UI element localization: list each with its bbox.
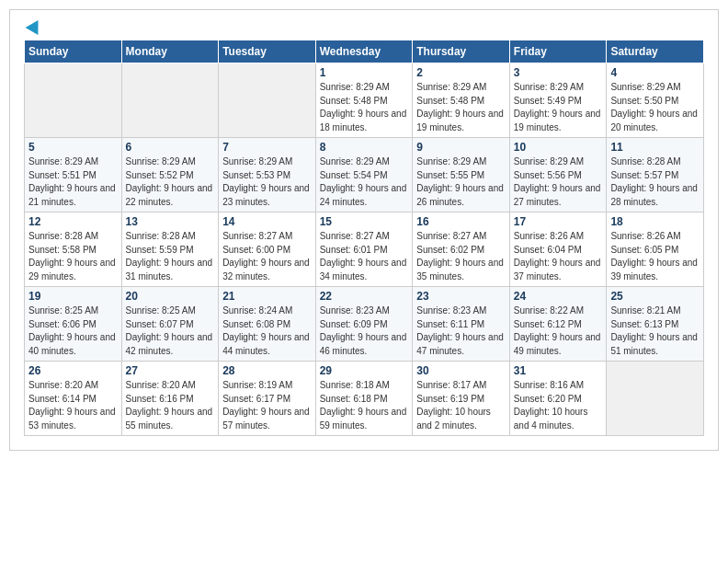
calendar-cell: 4Sunrise: 8:29 AMSunset: 5:50 PMDaylight… — [607, 63, 704, 138]
day-info: Sunrise: 8:23 AMSunset: 6:09 PMDaylight:… — [320, 304, 409, 358]
day-info: Sunrise: 8:17 AMSunset: 6:19 PMDaylight:… — [416, 379, 506, 432]
day-number: 11 — [610, 141, 700, 154]
calendar-cell: 26Sunrise: 8:20 AMSunset: 6:14 PMDayligh… — [25, 362, 122, 436]
day-info: Sunrise: 8:23 AMSunset: 6:11 PMDaylight:… — [416, 304, 506, 358]
day-info: Sunrise: 8:18 AMSunset: 6:18 PMDaylight:… — [320, 379, 409, 432]
calendar-header: SundayMondayTuesdayWednesdayThursdayFrid… — [25, 40, 704, 63]
calendar-cell — [219, 63, 316, 138]
calendar-cell: 9Sunrise: 8:29 AMSunset: 5:55 PMDaylight… — [413, 138, 510, 213]
calendar-cell: 13Sunrise: 8:28 AMSunset: 5:59 PMDayligh… — [121, 213, 219, 287]
day-info: Sunrise: 8:29 AMSunset: 5:48 PMDaylight:… — [416, 81, 506, 134]
calendar-cell — [121, 63, 219, 138]
calendar-cell: 10Sunrise: 8:29 AMSunset: 5:56 PMDayligh… — [509, 138, 607, 213]
day-number: 20 — [126, 290, 215, 303]
calendar-cell: 7Sunrise: 8:29 AMSunset: 5:53 PMDaylight… — [219, 138, 316, 213]
day-info: Sunrise: 8:29 AMSunset: 5:51 PMDaylight:… — [28, 155, 118, 209]
calendar-cell: 17Sunrise: 8:26 AMSunset: 6:04 PMDayligh… — [509, 213, 607, 287]
day-info: Sunrise: 8:28 AMSunset: 5:59 PMDaylight:… — [126, 230, 215, 283]
day-number: 28 — [222, 364, 312, 377]
calendar-cell: 8Sunrise: 8:29 AMSunset: 5:54 PMDaylight… — [315, 138, 413, 213]
day-number: 29 — [320, 364, 409, 377]
calendar-cell: 12Sunrise: 8:28 AMSunset: 5:58 PMDayligh… — [25, 213, 122, 287]
day-number: 12 — [28, 215, 118, 228]
day-number: 23 — [416, 290, 506, 303]
day-number: 9 — [416, 141, 506, 154]
day-number: 14 — [222, 215, 312, 228]
day-info: Sunrise: 8:29 AMSunset: 5:55 PMDaylight:… — [416, 155, 506, 209]
day-info: Sunrise: 8:25 AMSunset: 6:06 PMDaylight:… — [28, 304, 118, 358]
day-number: 1 — [320, 66, 409, 79]
page-container: SundayMondayTuesdayWednesdayThursdayFrid… — [9, 9, 719, 451]
calendar-cell: 1Sunrise: 8:29 AMSunset: 5:48 PMDaylight… — [315, 63, 413, 138]
day-info: Sunrise: 8:29 AMSunset: 5:50 PMDaylight:… — [610, 81, 700, 134]
day-number: 25 — [610, 290, 700, 303]
day-number: 24 — [514, 290, 603, 303]
day-info: Sunrise: 8:26 AMSunset: 6:05 PMDaylight:… — [610, 230, 700, 283]
calendar-cell — [607, 362, 704, 436]
day-number: 19 — [28, 290, 118, 303]
calendar-table: SundayMondayTuesdayWednesdayThursdayFrid… — [24, 40, 704, 436]
calendar-cell: 31Sunrise: 8:16 AMSunset: 6:20 PMDayligh… — [509, 362, 607, 436]
weekday-header-row: SundayMondayTuesdayWednesdayThursdayFrid… — [25, 40, 704, 63]
day-info: Sunrise: 8:26 AMSunset: 6:04 PMDaylight:… — [514, 230, 603, 283]
calendar-cell: 11Sunrise: 8:28 AMSunset: 5:57 PMDayligh… — [607, 138, 704, 213]
day-number: 26 — [28, 364, 118, 377]
day-info: Sunrise: 8:16 AMSunset: 6:20 PMDaylight:… — [514, 379, 603, 432]
day-number: 6 — [126, 141, 215, 154]
calendar-cell: 23Sunrise: 8:23 AMSunset: 6:11 PMDayligh… — [413, 287, 510, 362]
day-number: 4 — [610, 66, 700, 79]
day-info: Sunrise: 8:28 AMSunset: 5:57 PMDaylight:… — [610, 155, 700, 209]
calendar-week-5: 26Sunrise: 8:20 AMSunset: 6:14 PMDayligh… — [25, 362, 704, 436]
day-info: Sunrise: 8:29 AMSunset: 5:49 PMDaylight:… — [514, 81, 603, 134]
calendar-cell: 16Sunrise: 8:27 AMSunset: 6:02 PMDayligh… — [413, 213, 510, 287]
calendar-week-1: 1Sunrise: 8:29 AMSunset: 5:48 PMDaylight… — [25, 63, 704, 138]
day-number: 30 — [416, 364, 506, 377]
calendar-cell: 20Sunrise: 8:25 AMSunset: 6:07 PMDayligh… — [121, 287, 219, 362]
calendar-week-2: 5Sunrise: 8:29 AMSunset: 5:51 PMDaylight… — [25, 138, 704, 213]
calendar-cell: 30Sunrise: 8:17 AMSunset: 6:19 PMDayligh… — [413, 362, 510, 436]
day-number: 17 — [514, 215, 603, 228]
day-info: Sunrise: 8:20 AMSunset: 6:14 PMDaylight:… — [28, 379, 118, 432]
calendar-week-3: 12Sunrise: 8:28 AMSunset: 5:58 PMDayligh… — [25, 213, 704, 287]
calendar-cell: 27Sunrise: 8:20 AMSunset: 6:16 PMDayligh… — [121, 362, 219, 436]
weekday-header-friday: Friday — [509, 40, 607, 63]
calendar-cell — [25, 63, 122, 138]
day-info: Sunrise: 8:27 AMSunset: 6:02 PMDaylight:… — [416, 230, 506, 283]
calendar-body: 1Sunrise: 8:29 AMSunset: 5:48 PMDaylight… — [25, 63, 704, 436]
weekday-header-saturday: Saturday — [607, 40, 704, 63]
calendar-cell: 3Sunrise: 8:29 AMSunset: 5:49 PMDaylight… — [509, 63, 607, 138]
calendar-cell: 5Sunrise: 8:29 AMSunset: 5:51 PMDaylight… — [25, 138, 122, 213]
weekday-header-tuesday: Tuesday — [219, 40, 316, 63]
day-number: 13 — [126, 215, 215, 228]
day-number: 21 — [222, 290, 312, 303]
weekday-header-sunday: Sunday — [25, 40, 122, 63]
day-number: 18 — [610, 215, 700, 228]
day-number: 7 — [222, 141, 312, 154]
day-info: Sunrise: 8:20 AMSunset: 6:16 PMDaylight:… — [126, 379, 215, 432]
day-info: Sunrise: 8:27 AMSunset: 6:01 PMDaylight:… — [320, 230, 409, 283]
day-info: Sunrise: 8:24 AMSunset: 6:08 PMDaylight:… — [222, 304, 312, 358]
day-number: 5 — [28, 141, 118, 154]
calendar-cell: 15Sunrise: 8:27 AMSunset: 6:01 PMDayligh… — [315, 213, 413, 287]
day-info: Sunrise: 8:29 AMSunset: 5:56 PMDaylight:… — [514, 155, 603, 209]
day-number: 3 — [514, 66, 603, 79]
day-info: Sunrise: 8:29 AMSunset: 5:54 PMDaylight:… — [320, 155, 409, 209]
day-info: Sunrise: 8:29 AMSunset: 5:52 PMDaylight:… — [126, 155, 215, 209]
day-info: Sunrise: 8:22 AMSunset: 6:12 PMDaylight:… — [514, 304, 603, 358]
logo — [24, 19, 42, 32]
calendar-cell: 14Sunrise: 8:27 AMSunset: 6:00 PMDayligh… — [219, 213, 316, 287]
calendar-cell: 19Sunrise: 8:25 AMSunset: 6:06 PMDayligh… — [25, 287, 122, 362]
calendar-cell: 24Sunrise: 8:22 AMSunset: 6:12 PMDayligh… — [509, 287, 607, 362]
calendar-cell: 22Sunrise: 8:23 AMSunset: 6:09 PMDayligh… — [315, 287, 413, 362]
day-info: Sunrise: 8:27 AMSunset: 6:00 PMDaylight:… — [222, 230, 312, 283]
weekday-header-monday: Monday — [121, 40, 219, 63]
calendar-cell: 28Sunrise: 8:19 AMSunset: 6:17 PMDayligh… — [219, 362, 316, 436]
day-info: Sunrise: 8:19 AMSunset: 6:17 PMDaylight:… — [222, 379, 312, 432]
day-info: Sunrise: 8:25 AMSunset: 6:07 PMDaylight:… — [126, 304, 215, 358]
day-number: 31 — [514, 364, 603, 377]
logo-triangle-icon — [26, 17, 45, 35]
day-info: Sunrise: 8:28 AMSunset: 5:58 PMDaylight:… — [28, 230, 118, 283]
weekday-header-wednesday: Wednesday — [315, 40, 413, 63]
day-number: 8 — [320, 141, 409, 154]
header — [24, 19, 704, 32]
